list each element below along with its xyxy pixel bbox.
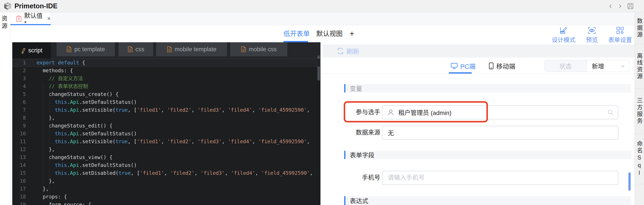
code-line: 1export default { <box>12 59 320 67</box>
code-line: 11 this.Api.setVisible(true, ['filed1', … <box>12 138 320 145</box>
code-text: // 表单状态控制 <box>36 82 88 90</box>
file-icon <box>128 46 133 52</box>
right-rail: 数据源离线资源三方服务命名Sql <box>634 12 644 205</box>
code-text: this.Api.setDefaultStatus() <box>36 98 137 106</box>
right-rail-item[interactable]: 三方服务 <box>635 89 644 134</box>
mobile-icon <box>489 62 494 69</box>
code-line: 5 changeStatus_create() { <box>12 90 320 98</box>
code-line: 8 }, <box>12 114 320 122</box>
code-line: 16 }, <box>12 177 320 185</box>
editor-tab-css[interactable]: css <box>118 42 153 56</box>
code-text: this.Api.setVisible(true, ['filed1', 'fi… <box>36 106 310 114</box>
field-label-phone: 手机号 <box>322 171 380 185</box>
line-number: 9 <box>12 122 26 130</box>
editor-tab-label: pc template <box>74 46 105 53</box>
phone-input[interactable] <box>382 171 618 185</box>
code-text: this.Api.setDefaultStatus() <box>36 130 137 138</box>
tab-pc-client[interactable]: PC端 <box>451 60 476 72</box>
right-rail-item[interactable]: 命名Sql <box>635 134 644 184</box>
tab-default-view[interactable]: 默认视图 <box>316 25 342 42</box>
indent-guide <box>43 83 43 205</box>
panel-scrollbar-thumb[interactable] <box>628 172 631 191</box>
design-mode-button[interactable]: 设计模式 <box>552 26 576 44</box>
participants-input[interactable]: 租户管理员 (admin) <box>382 105 618 119</box>
code-line: 6 this.Api.setDefaultStatus() <box>12 98 320 106</box>
editor-tab-label: mobile template <box>175 46 216 53</box>
code-text: props: { <box>36 193 67 201</box>
titlebar: Primeton-IDE ‹ › <box>0 0 644 12</box>
tab-lowcode-form[interactable]: 低开表单 <box>284 25 310 42</box>
form-settings-button[interactable]: 表单设置 <box>608 26 632 44</box>
line-number: 14 <box>12 161 26 169</box>
code-line: 4 // 表单状态控制 <box>12 82 320 90</box>
pencil-icon <box>21 47 26 54</box>
datasource-input[interactable]: 无 <box>382 126 618 140</box>
search-icon <box>608 109 614 115</box>
save-icon[interactable] <box>627 3 634 9</box>
code-line: 12 }, <box>12 145 320 153</box>
code-line: 3 // 自定义方法 <box>12 74 320 82</box>
close-icon[interactable]: × <box>47 15 51 22</box>
code-line: 13 changeStatus_view() { <box>12 153 320 161</box>
monitor-icon <box>451 63 458 69</box>
editor-tab-label: mobile css <box>249 46 277 53</box>
code-line: 10 this.Api.setDefaultStatus() <box>12 130 320 138</box>
refresh-label: 刷新 <box>346 46 359 56</box>
editor-tab-label: script <box>28 47 42 54</box>
view-toolbar: 低开表单 默认视图 + 设计模式 预览 <box>10 25 634 42</box>
code-line: 2 methods: { <box>12 67 320 74</box>
nav-forward-icon[interactable]: › <box>616 0 624 12</box>
right-rail-item-label: 离线资源 <box>636 53 644 80</box>
left-rail: 资源 <box>0 12 10 205</box>
editor-tab-pc-template[interactable]: pc template <box>56 42 115 56</box>
line-number: 17 <box>12 185 26 193</box>
code-text: changeStatus_create() { <box>36 90 118 98</box>
code-line: 7 this.Api.setVisible(true, ['filed1', '… <box>12 106 320 114</box>
refresh-button[interactable]: 刷新 <box>337 44 359 58</box>
preview-button[interactable]: 预览 <box>586 26 598 44</box>
nav-back-icon[interactable]: ‹ <box>607 0 614 12</box>
code-text: }, <box>36 185 49 193</box>
line-number: 3 <box>12 74 26 82</box>
section-expression: 表达式 <box>344 196 631 205</box>
code-editor: script pc template css <box>12 42 320 205</box>
code-text: this.Api.setDisabled(true, ['filed1', 'f… <box>36 169 313 177</box>
sidebar-item-resources[interactable]: 资源 <box>2 15 8 30</box>
section-variables: 变量 <box>344 84 631 92</box>
editor-tab-mobile-template[interactable]: mobile template <box>156 42 227 56</box>
document-tabstrip <box>10 12 634 25</box>
document-tab-label: 默认值* <box>24 11 44 27</box>
code-text: changeStatus_view() { <box>36 153 112 161</box>
line-number: 18 <box>12 193 26 201</box>
status-select-group[interactable]: 状态 新增 <box>544 60 629 72</box>
tab-pc-label: PC端 <box>460 61 476 70</box>
right-rail-item[interactable]: 离线资源 <box>635 44 644 89</box>
file-icon <box>241 46 246 52</box>
code-text: this.Api.setDefaultStatus() <box>36 161 137 169</box>
tab-mobile-client[interactable]: 移动端 <box>489 60 515 72</box>
code-line: 14 this.Api.setDefaultStatus() <box>12 161 320 169</box>
preview-label: 预览 <box>586 35 598 44</box>
code-line: 9 changeStatus_edit() { <box>12 122 320 130</box>
right-rail-item[interactable]: 数据源 <box>635 12 644 44</box>
code-text: // 自定义方法 <box>36 74 83 82</box>
document-tab-default-value[interactable]: 默认值* × <box>10 12 51 25</box>
code-text: changeStatus_edit() { <box>36 122 112 130</box>
editor-tab-script[interactable]: script <box>12 42 51 59</box>
add-view-button[interactable]: + <box>350 25 354 42</box>
divider <box>323 74 634 74</box>
section-form-fields-label: 表单字段 <box>350 151 374 159</box>
code-area[interactable]: 1export default {2 methods: {3 // 自定义方法4… <box>12 59 320 205</box>
section-expression-label: 表达式 <box>350 196 368 205</box>
line-number: 11 <box>12 138 26 145</box>
code-text: methods: { <box>36 67 73 74</box>
section-variables-label: 变量 <box>350 84 362 93</box>
editor-tab-mobile-css[interactable]: mobile css <box>230 42 287 56</box>
line-number: 5 <box>12 90 26 98</box>
code-text: }, <box>36 114 55 122</box>
tab-mobile-label: 移动端 <box>496 61 515 70</box>
line-number: 4 <box>12 82 26 90</box>
status-select[interactable]: 新增 <box>586 60 629 72</box>
person-icon <box>387 109 394 116</box>
app-title: Primeton-IDE <box>14 0 58 12</box>
